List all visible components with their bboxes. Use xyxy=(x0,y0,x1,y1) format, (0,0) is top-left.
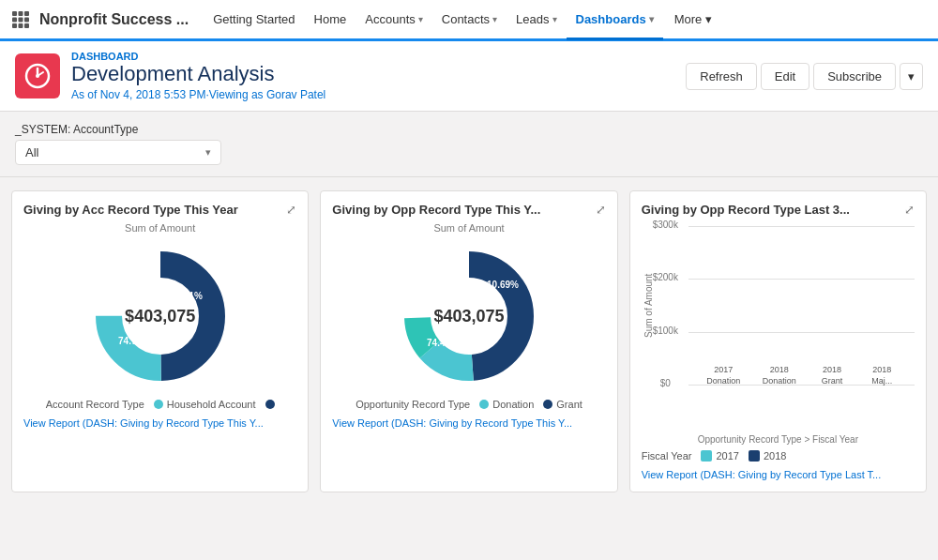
nav-item-accounts[interactable]: Accounts ▾ xyxy=(356,2,431,40)
page-title: Development Analysis xyxy=(71,62,325,86)
nav-item-more[interactable]: More ▾ xyxy=(665,2,721,40)
more-actions-button[interactable]: ▾ xyxy=(900,63,923,90)
chart-legend-2: Opportunity Record Type Donation Grant xyxy=(332,399,605,410)
svg-rect-4 xyxy=(19,17,23,22)
nav-item-leads[interactable]: Leads ▾ xyxy=(507,2,566,40)
bar-col-2018-maj: 2018 Maj... xyxy=(868,365,896,386)
filter-value: All xyxy=(25,145,38,159)
svg-rect-7 xyxy=(19,23,23,28)
legend-box-2018 xyxy=(749,450,760,462)
bar-label-donation1: Donation xyxy=(706,376,740,386)
chart-title-row-3: Giving by Opp Record Type Last 3... ⤢ xyxy=(642,203,915,217)
donut-container-2: 14.89% 10.69% 74.43% $403,075 xyxy=(394,241,544,391)
bar-label-maj: Maj... xyxy=(871,376,892,386)
bar-grid: $300k $200k $100k $0 xyxy=(688,226,915,386)
chart-title-row-2: Giving by Opp Record Type This Y... ⤢ xyxy=(332,203,605,217)
accounts-chevron: ▾ xyxy=(418,14,423,24)
grid-label-0: $0 xyxy=(660,378,671,388)
chart-card-3: Giving by Opp Record Type Last 3... ⤢ Su… xyxy=(629,190,927,492)
expand-icon-3[interactable]: ⤢ xyxy=(904,203,915,217)
bar-chart-area: Sum of Amount $300k $200k $100k $0 xyxy=(642,222,915,462)
donut-wrapper-2: 14.89% 10.69% 74.43% $403,075 xyxy=(332,241,605,391)
bar-x-title: Opportunity Record Type > Fiscal Year xyxy=(642,434,915,445)
legend-label-2017: 2017 xyxy=(716,450,738,462)
bar-year-2018-donation: 2018 xyxy=(770,365,789,374)
nav-item-contacts[interactable]: Contacts ▾ xyxy=(432,2,507,40)
svg-text:74.43%: 74.43% xyxy=(427,338,459,348)
donut-amount-1: $403,075 xyxy=(125,307,195,325)
leads-chevron: ▾ xyxy=(552,14,557,24)
subscribe-button[interactable]: Subscribe xyxy=(813,63,896,90)
svg-text:74.79%: 74.79% xyxy=(118,336,150,346)
header-subtitle: As of Nov 4, 2018 5:53 PM·Viewing as Gor… xyxy=(71,88,325,101)
nav-item-dashboards[interactable]: Dashboards ▾ xyxy=(567,2,663,40)
legend-box-2017 xyxy=(701,450,712,462)
svg-rect-8 xyxy=(24,23,29,28)
header-actions: Refresh Edit Subscribe ▾ xyxy=(686,63,923,90)
chart-link-1[interactable]: View Report (DASH: Giving by Record Type… xyxy=(23,417,296,429)
chart-link-3[interactable]: View Report (DASH: Giving by Record Type… xyxy=(642,469,915,480)
filter-bar: _SYSTEM: AccountType All ▾ xyxy=(0,112,938,177)
dashboard-icon xyxy=(15,53,60,98)
legend-item-other xyxy=(265,400,275,409)
charts-container: Giving by Acc Record Type This Year ⤢ Su… xyxy=(0,177,938,506)
bar-label-grant: Grant xyxy=(822,376,843,386)
bar-col-2017-donation: 2017 Donation xyxy=(706,365,740,386)
legend-dot-donation xyxy=(479,400,489,409)
legend-item-household: Household Account xyxy=(154,399,256,410)
grid-label-200k: $200k xyxy=(653,272,678,282)
grid-icon[interactable] xyxy=(8,7,34,33)
legend-dot-other xyxy=(265,400,275,409)
legend-dot-household xyxy=(154,400,163,409)
account-type-select[interactable]: All ▾ xyxy=(15,140,221,165)
chart-card-1: Giving by Acc Record Type This Year ⤢ Su… xyxy=(11,190,309,492)
donut-amount-2: $403,075 xyxy=(433,307,504,325)
svg-rect-6 xyxy=(12,23,17,28)
edit-button[interactable]: Edit xyxy=(761,63,809,90)
bar-legend: Fiscal Year 2017 2018 xyxy=(642,450,915,462)
y-axis-title: Sum of Amount xyxy=(643,226,654,386)
svg-text:25.21%: 25.21% xyxy=(171,291,203,301)
nav-items: Getting Started Home Accounts ▾ Contacts… xyxy=(204,0,721,38)
svg-rect-1 xyxy=(19,11,23,16)
nav-bar: Nonprofit Success ... Getting Started Ho… xyxy=(0,0,938,41)
donut-container-1: 25.21% 74.79% $403,075 xyxy=(85,241,235,391)
bar-col-2018-donation: 2018 Donation xyxy=(763,365,796,386)
refresh-button[interactable]: Refresh xyxy=(686,63,757,90)
legend-label-2018: 2018 xyxy=(764,450,786,462)
header-left: DASHBOARD Development Analysis As of Nov… xyxy=(15,51,325,101)
expand-icon-2[interactable]: ⤢ xyxy=(596,203,606,217)
chart-card-2: Giving by Opp Record Type This Y... ⤢ Su… xyxy=(320,190,617,492)
chart-title-2: Giving by Opp Record Type This Y... xyxy=(332,203,540,217)
legend-title-1: Account Record Type xyxy=(46,399,144,410)
svg-text:14.89%: 14.89% xyxy=(425,274,457,284)
bars-area: 2017 Donation 2018 Donation 2018 xyxy=(688,226,915,386)
bar-legend-2017: 2017 xyxy=(701,450,738,462)
svg-point-10 xyxy=(36,74,39,78)
chart-subtitle-1: Sum of Amount xyxy=(23,222,296,234)
app-name: Nonprofit Success ... xyxy=(39,11,189,28)
svg-rect-2 xyxy=(24,11,29,16)
legend-dot-grant xyxy=(543,400,552,409)
donut-center-2: $403,075 xyxy=(433,307,504,326)
nav-item-home[interactable]: Home xyxy=(305,2,356,40)
bar-year-2018-maj: 2018 xyxy=(872,365,891,374)
filter-label: _SYSTEM: AccountType xyxy=(15,123,923,136)
chart-subtitle-2: Sum of Amount xyxy=(332,222,605,234)
donut-center-1: $403,075 xyxy=(125,307,195,326)
bar-year-2017-donation: 2017 xyxy=(714,365,733,374)
contacts-chevron: ▾ xyxy=(492,14,497,24)
legend-title-2: Opportunity Record Type xyxy=(356,399,470,410)
chart-link-2[interactable]: View Report (DASH: Giving by Record Type… xyxy=(332,417,605,429)
chart-legend-1: Account Record Type Household Account xyxy=(23,399,296,410)
bar-year-2018-grant: 2018 xyxy=(823,365,841,374)
expand-icon-1[interactable]: ⤢ xyxy=(286,203,296,217)
grid-label-100k: $100k xyxy=(653,325,678,336)
page-header: DASHBOARD Development Analysis As of Nov… xyxy=(0,41,938,112)
svg-rect-3 xyxy=(12,17,17,22)
bar-legend-title: Fiscal Year xyxy=(642,450,692,462)
bar-label-donation2: Donation xyxy=(763,376,796,386)
bar-col-2018-grant: 2018 Grant xyxy=(818,365,846,386)
header-label: DASHBOARD xyxy=(71,51,325,62)
nav-item-getting-started[interactable]: Getting Started xyxy=(204,2,304,40)
